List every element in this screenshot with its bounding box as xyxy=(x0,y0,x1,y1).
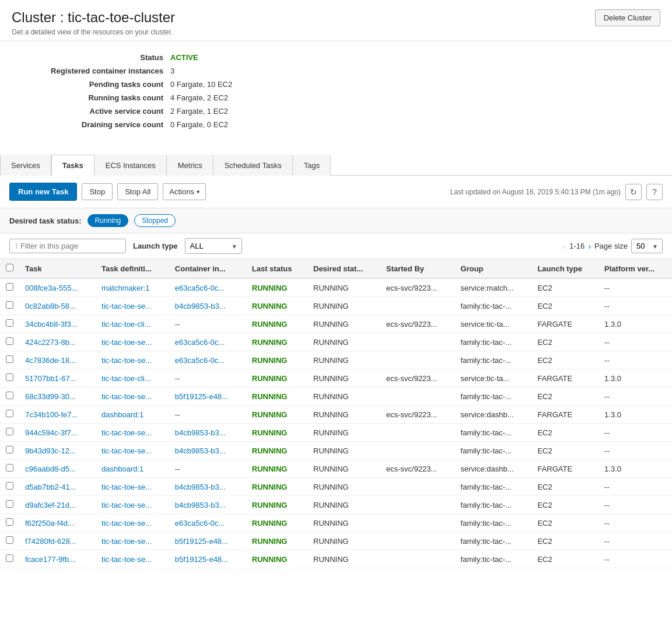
row-checkbox-cell xyxy=(0,424,19,442)
prev-page-button[interactable]: ‹ xyxy=(564,242,566,251)
task-link[interactable]: d9afc3ef-21d... xyxy=(25,501,76,509)
task-link[interactable]: 424c2273-8b... xyxy=(25,338,76,347)
container-link[interactable]: e63ca5c6-0c... xyxy=(175,356,225,365)
row-checkbox[interactable] xyxy=(6,319,13,327)
filter-input[interactable] xyxy=(20,242,114,250)
task-link[interactable]: fcace177-9fb... xyxy=(25,555,75,564)
next-page-button[interactable]: › xyxy=(588,242,591,251)
container-link[interactable]: e63ca5c6-0c... xyxy=(175,519,225,528)
select-all-checkbox[interactable] xyxy=(6,264,13,271)
task-link[interactable]: 7c34b100-fe7... xyxy=(25,410,78,419)
row-checkbox[interactable] xyxy=(6,373,13,381)
tab-scheduled-tasks[interactable]: Scheduled Tasks xyxy=(214,155,293,176)
filter-bar: ⊺ Launch type ALL EC2 FARGATE ‹ 1-16 › P… xyxy=(0,233,672,259)
definition-link[interactable]: tic-tac-toe-se... xyxy=(102,356,152,365)
container-link[interactable]: b4cb9853-b3... xyxy=(175,483,226,491)
tasks-content: Run new Task Stop Stop All Actions ▾ Las… xyxy=(0,176,672,568)
row-checkbox[interactable] xyxy=(6,355,13,363)
running-filter-pill[interactable]: Running xyxy=(88,214,129,227)
filter-input-wrap[interactable]: ⊺ xyxy=(9,239,126,253)
task-link[interactable]: 9b43d93c-12... xyxy=(25,446,76,455)
row-checkbox[interactable] xyxy=(6,428,13,435)
container-link[interactable]: b5f19125-e48... xyxy=(175,392,228,401)
active-value: 2 Fargate, 1 EC2 xyxy=(170,107,228,116)
stop-button[interactable]: Stop xyxy=(82,183,113,200)
definition-link[interactable]: tic-tac-toe-se... xyxy=(102,302,152,310)
tab-ecs-instances[interactable]: ECS Instances xyxy=(94,155,167,176)
task-link[interactable]: 68c33d99-30... xyxy=(25,392,76,401)
container-link[interactable]: b4cb9853-b3... xyxy=(175,501,226,509)
row-launch-type: EC2 xyxy=(531,333,598,351)
tab-metrics[interactable]: Metrics xyxy=(167,155,214,176)
task-link[interactable]: 944c594c-3f7... xyxy=(25,428,78,437)
container-link[interactable]: e63ca5c6-0c... xyxy=(175,338,225,347)
table-row: 0c82ab8b-58... tic-tac-toe-se... b4cb985… xyxy=(0,297,672,315)
task-link[interactable]: 4c7836de-18... xyxy=(25,356,76,365)
pagination: ‹ 1-16 › Page size 50 25 100 xyxy=(564,239,663,253)
container-link[interactable]: b5f19125-e48... xyxy=(175,537,228,546)
running-label: Running tasks count xyxy=(23,93,163,102)
tab-tasks[interactable]: Tasks xyxy=(51,155,94,176)
definition-link[interactable]: tic-tac-toe-se... xyxy=(102,555,152,564)
task-link[interactable]: f62f250a-f4d... xyxy=(25,519,74,528)
stop-all-button[interactable]: Stop All xyxy=(117,183,158,200)
definition-link[interactable]: tic-tac-toe-cli... xyxy=(102,374,151,383)
container-link[interactable]: b4cb9853-b3... xyxy=(175,428,226,437)
task-link[interactable]: d5ab7bb2-41... xyxy=(25,483,76,491)
row-platform: -- xyxy=(598,514,672,532)
row-desired-status: RUNNING xyxy=(307,351,380,369)
actions-dropdown[interactable]: Actions ▾ xyxy=(163,183,206,200)
definition-link[interactable]: dashboard:1 xyxy=(102,465,144,473)
container-link[interactable]: b4cb9853-b3... xyxy=(175,302,226,310)
row-checkbox[interactable] xyxy=(6,482,13,490)
row-checkbox[interactable] xyxy=(6,410,13,417)
container-link[interactable]: e63ca5c6-0c... xyxy=(175,284,225,292)
help-button[interactable]: ? xyxy=(646,184,663,200)
definition-link[interactable]: tic-tac-toe-se... xyxy=(102,501,152,509)
definition-link[interactable]: dashboard:1 xyxy=(102,410,144,419)
definition-link[interactable]: tic-tac-toe-cli... xyxy=(102,320,151,329)
stopped-filter-pill[interactable]: Stopped xyxy=(134,214,176,227)
task-link[interactable]: 0c82ab8b-58... xyxy=(25,302,76,310)
task-link[interactable]: f74280fd-628... xyxy=(25,537,76,546)
row-checkbox[interactable] xyxy=(6,301,13,309)
table-row: 51707bb1-67... tic-tac-toe-cli... -- RUN… xyxy=(0,369,672,387)
row-platform: 1.3.0 xyxy=(598,460,672,478)
row-checkbox[interactable] xyxy=(6,392,13,399)
row-checkbox[interactable] xyxy=(6,283,13,291)
tab-services[interactable]: Services xyxy=(0,155,51,176)
row-definition: tic-tac-toe-cli... xyxy=(96,369,169,387)
definition-link[interactable]: tic-tac-toe-se... xyxy=(102,392,152,401)
launch-type-select[interactable]: ALL EC2 FARGATE xyxy=(185,238,242,254)
row-checkbox-cell xyxy=(0,406,19,424)
definition-link[interactable]: matchmaker:1 xyxy=(102,284,149,292)
delete-cluster-button[interactable]: Delete Cluster xyxy=(595,9,660,26)
row-checkbox[interactable] xyxy=(6,554,13,562)
row-checkbox[interactable] xyxy=(6,446,13,453)
definition-link[interactable]: tic-tac-toe-se... xyxy=(102,519,152,528)
col-last-status: Last status xyxy=(246,259,307,278)
definition-link[interactable]: tic-tac-toe-se... xyxy=(102,537,152,546)
container-link[interactable]: b5f19125-e48... xyxy=(175,555,228,564)
definition-link[interactable]: tic-tac-toe-se... xyxy=(102,338,152,347)
task-link[interactable]: 51707bb1-67... xyxy=(25,374,76,383)
container-link[interactable]: b4cb9853-b3... xyxy=(175,446,226,455)
refresh-button[interactable]: ↻ xyxy=(625,184,642,200)
row-checkbox-cell xyxy=(0,333,19,351)
row-platform: -- xyxy=(598,278,672,297)
definition-link[interactable]: tic-tac-toe-se... xyxy=(102,428,152,437)
row-checkbox[interactable] xyxy=(6,500,13,508)
task-link[interactable]: 34cbc4b8-3f3... xyxy=(25,320,78,329)
row-checkbox[interactable] xyxy=(6,337,13,345)
run-new-task-button[interactable]: Run new Task xyxy=(9,183,77,201)
tab-tags[interactable]: Tags xyxy=(293,155,331,176)
definition-link[interactable]: tic-tac-toe-se... xyxy=(102,446,152,455)
row-checkbox[interactable] xyxy=(6,518,13,526)
row-checkbox[interactable] xyxy=(6,536,13,544)
row-checkbox[interactable] xyxy=(6,464,13,472)
task-link[interactable]: c96aabd8-d5... xyxy=(25,465,76,473)
definition-link[interactable]: tic-tac-toe-se... xyxy=(102,483,152,491)
page-size-select[interactable]: 50 25 100 xyxy=(631,239,663,253)
task-link[interactable]: 008fce3a-555... xyxy=(25,284,78,292)
row-started-by xyxy=(380,550,455,568)
